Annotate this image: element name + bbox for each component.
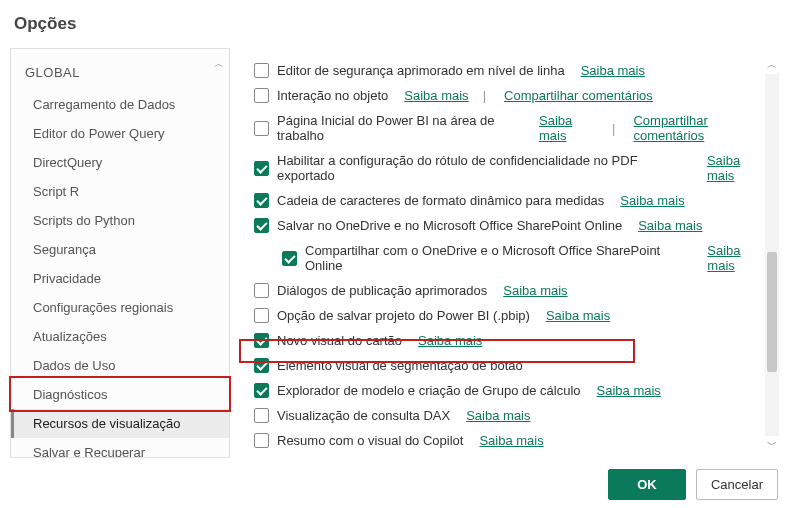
dialog-footer: OK Cancelar [608,469,778,500]
option-row: Compartilhar com o OneDrive e o Microsof… [254,238,770,278]
sidebar-item-label: Editor do Power Query [33,126,165,141]
dialog-title: Opções [0,0,792,46]
sidebar-item-data-load[interactable]: Carregamento de Dados [11,90,229,119]
checkbox[interactable] [254,218,269,233]
option-row: Visualização de consulta DAX Saiba mais [254,403,770,428]
scroll-thumb[interactable] [767,252,777,372]
option-row: Habilitar a configuração do rótulo de co… [254,148,770,188]
sidebar-item-python-scripts[interactable]: Scripts do Python [11,206,229,235]
sidebar-item-label: Carregamento de Dados [33,97,175,112]
sidebar-item-privacy[interactable]: Privacidade [11,264,229,293]
option-label: Elemento visual de segmentação de botão [277,358,523,373]
scroll-up-icon[interactable]: ︿ [214,57,224,71]
share-comments-link[interactable]: Compartilhar comentários [633,113,770,143]
sidebar-item-label: Dados de Uso [33,358,115,373]
sidebar-item-label: Configurações regionais [33,300,173,315]
checkbox[interactable] [254,408,269,423]
checkbox[interactable] [254,283,269,298]
main-area: GLOBAL Carregamento de Dados Editor do P… [10,48,782,458]
sidebar-item-label: Segurança [33,242,96,257]
checkbox[interactable] [254,63,269,78]
sidebar-item-label: Atualizações [33,329,107,344]
option-row: Página Inicial do Power BI na área de tr… [254,108,770,148]
option-label: Visualização de consulta DAX [277,408,450,423]
learn-more-link[interactable]: Saiba mais [466,408,530,423]
learn-more-link[interactable]: Saiba mais [707,243,770,273]
scroll-up-icon[interactable]: ︿ [767,56,777,74]
option-row: Cadeia de caracteres de formato dinâmico… [254,188,770,213]
option-label: Salvar no OneDrive e no Microsoft Office… [277,218,622,233]
checkbox[interactable] [254,333,269,348]
checkbox[interactable] [254,308,269,323]
learn-more-link[interactable]: Saiba mais [503,283,567,298]
learn-more-link[interactable]: Saiba mais [638,218,702,233]
sidebar-section-header: GLOBAL [11,59,229,90]
learn-more-link[interactable]: Saiba mais [539,113,598,143]
link-separator: | [483,88,486,103]
option-label: Habilitar a configuração do rótulo de co… [277,153,691,183]
learn-more-link[interactable]: Saiba mais [546,308,610,323]
sidebar-item-directquery[interactable]: DirectQuery [11,148,229,177]
option-label: Cadeia de caracteres de formato dinâmico… [277,193,604,208]
share-comments-link[interactable]: Compartilhar comentários [504,88,653,103]
option-row: Novo visual do cartão Saiba mais [254,328,770,353]
option-row: Opção de salvar projeto do Power BI (.pb… [254,303,770,328]
sidebar-scrollbar[interactable]: ︿ [211,57,227,71]
option-label: Diálogos de publicação aprimorados [277,283,487,298]
learn-more-link[interactable]: Saiba mais [597,383,661,398]
learn-more-link[interactable]: Saiba mais [707,153,770,183]
option-label: Página Inicial do Power BI na área de tr… [277,113,523,143]
sidebar-item-preview-features[interactable]: Recursos de visualização [11,409,229,438]
option-label: Interação no objeto [277,88,388,103]
checkbox[interactable] [254,161,269,176]
sidebar-item-label: Scripts do Python [33,213,135,228]
scroll-track[interactable] [765,74,779,436]
option-row: Diálogos de publicação aprimorados Saiba… [254,278,770,303]
sidebar-item-label: Script R [33,184,79,199]
sidebar-item-label: Salvar e Recuperar [33,445,145,458]
sidebar-item-label: Diagnósticos [33,387,107,402]
option-label: Editor de segurança aprimorado em nível … [277,63,565,78]
option-label: Opção de salvar projeto do Power BI (.pb… [277,308,530,323]
cancel-button[interactable]: Cancelar [696,469,778,500]
option-label: Compartilhar com o OneDrive e o Microsof… [305,243,691,273]
sidebar-item-security[interactable]: Segurança [11,235,229,264]
option-row: Explorador de modelo e criação de Grupo … [254,378,770,403]
sidebar-item-diagnostics[interactable]: Diagnósticos [11,380,229,409]
option-row: Resumo com o visual do Copilot Saiba mai… [254,428,770,453]
option-row: Editor de segurança aprimorado em nível … [254,58,770,83]
sidebar-item-usage-data[interactable]: Dados de Uso [11,351,229,380]
option-row: Elemento visual de segmentação de botão [254,353,770,378]
learn-more-link[interactable]: Saiba mais [418,333,482,348]
checkbox[interactable] [254,358,269,373]
link-separator: | [612,121,615,136]
sidebar: GLOBAL Carregamento de Dados Editor do P… [10,48,230,458]
content-scrollbar[interactable]: ︿ ﹀ [764,56,780,454]
option-label: Novo visual do cartão [277,333,402,348]
checkbox[interactable] [254,88,269,103]
learn-more-link[interactable]: Saiba mais [479,433,543,448]
sidebar-item-r-script[interactable]: Script R [11,177,229,206]
sidebar-item-regional[interactable]: Configurações regionais [11,293,229,322]
checkbox[interactable] [254,433,269,448]
checkbox[interactable] [282,251,297,266]
checkbox[interactable] [254,383,269,398]
learn-more-link[interactable]: Saiba mais [620,193,684,208]
sidebar-item-label: DirectQuery [33,155,102,170]
options-content: Editor de segurança aprimorado em nível … [230,48,782,458]
sidebar-item-power-query[interactable]: Editor do Power Query [11,119,229,148]
sidebar-item-label: Recursos de visualização [33,416,180,431]
sidebar-item-label: Privacidade [33,271,101,286]
learn-more-link[interactable]: Saiba mais [404,88,468,103]
option-row: Salvar no OneDrive e no Microsoft Office… [254,213,770,238]
learn-more-link[interactable]: Saiba mais [581,63,645,78]
sidebar-item-updates[interactable]: Atualizações [11,322,229,351]
checkbox[interactable] [254,121,269,136]
ok-button[interactable]: OK [608,469,686,500]
sidebar-item-save-recover[interactable]: Salvar e Recuperar [11,438,229,458]
option-label: Resumo com o visual do Copilot [277,433,463,448]
option-row: Interação no objeto Saiba mais | Compart… [254,83,770,108]
option-label: Explorador de modelo e criação de Grupo … [277,383,581,398]
checkbox[interactable] [254,193,269,208]
scroll-down-icon[interactable]: ﹀ [767,436,777,454]
